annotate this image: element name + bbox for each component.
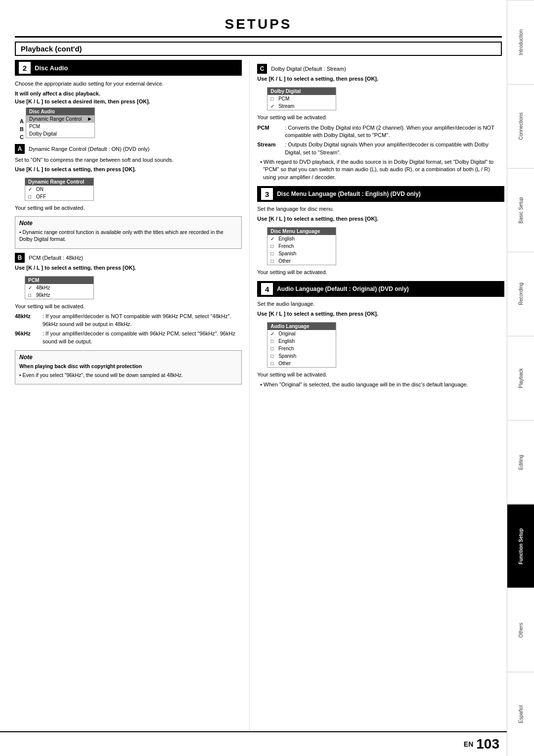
- step2-intro: Choose the appropriate audio setting for…: [15, 80, 242, 88]
- substep-c-label: Dolby Digital (Default : Stream): [271, 66, 346, 72]
- subC-bullet: With regard to DVD playback, if the audi…: [257, 158, 504, 181]
- disc-lang-english: English: [267, 235, 336, 242]
- footer: EN 103: [0, 731, 534, 756]
- step2-bold-note: It will only affect a disc playback.: [15, 91, 242, 96]
- def-pcm: PCM : Converts the Dolby Digital into PC…: [257, 124, 504, 140]
- step2-instruction: Use [K / L ] to select a desired item, t…: [15, 98, 242, 104]
- page-title-bar: SETUPS: [15, 7, 502, 38]
- section-title: Playback (cont'd): [21, 45, 496, 53]
- def-stream: Stream : Outputs Dolby Digital signals W…: [257, 141, 504, 156]
- left-column: 2 Disc Audio Choose the appropriate audi…: [15, 60, 250, 731]
- sidebar-tab-introduction[interactable]: Introduction: [507, 0, 534, 84]
- subB-activated: Your setting will be activated.: [15, 302, 242, 311]
- def-96khz-text: : If your amplifier/decoder is compatibl…: [43, 330, 242, 345]
- audio-lang-other: Other: [267, 360, 336, 367]
- def-96khz: 96kHz : If your amplifier/decoder is com…: [15, 330, 242, 345]
- right-column: C Dolby Digital (Default : Stream) Use […: [250, 60, 504, 731]
- note-b: Note When playing back disc with copyrig…: [15, 350, 242, 384]
- drc-on: ON: [25, 186, 93, 193]
- audio-language-menu: Audio Language Original English French S…: [267, 322, 336, 368]
- def-48khz: 48kHz : If your amplifier/decoder is NOT…: [15, 313, 242, 328]
- footer-num: 103: [476, 736, 499, 752]
- step4-activated: Your setting will be activated.: [257, 371, 504, 379]
- step3-badge: 3: [261, 188, 273, 200]
- step4-title: Audio Language (Default : Original) (DVD…: [277, 285, 409, 292]
- def-pcm-text: : Converts the Dolby Digital into PCM (2…: [285, 124, 504, 140]
- subC-instruction: Use [K / L ] to select a setting, then p…: [257, 76, 504, 82]
- audio-lang-original: Original: [267, 330, 336, 337]
- def-48khz-text: : If your amplifier/decoder is NOT compa…: [43, 313, 242, 328]
- disc-audio-menu-title: Disc Audio: [26, 108, 94, 115]
- subA-instruction: Use [K / L ] to select a setting, then p…: [15, 166, 242, 172]
- substep-c-row: C Dolby Digital (Default : Stream): [257, 64, 504, 74]
- disc-audio-item-drc: Dynamic Range Control: [26, 115, 94, 123]
- page-wrapper: SETUPS Playback (cont'd) 2 Disc Audio Ch…: [0, 0, 534, 756]
- content-area: 2 Disc Audio Choose the appropriate audi…: [0, 60, 534, 731]
- dolby-menu-title: Dolby Digital: [267, 88, 336, 95]
- dolby-menu: Dolby Digital PCM Stream: [267, 87, 336, 110]
- label-b: B: [20, 126, 24, 132]
- step2-badge: 2: [19, 62, 31, 74]
- note-a-bullet-0: • Dynamic range control function is avai…: [19, 229, 237, 243]
- disc-menu-language: Disc Menu Language English French Spanis…: [267, 227, 336, 265]
- def-48khz-term: 48kHz: [15, 313, 40, 328]
- step3-activated: Your setting will be activated.: [257, 268, 504, 277]
- disc-audio-item-dolby: Dolby Digital: [26, 130, 94, 138]
- pcm-48khz: 48kHz: [25, 284, 93, 291]
- sidebar-tab-function-setup[interactable]: Function Setup: [507, 504, 534, 588]
- note-a-title: Note: [19, 220, 237, 227]
- audio-lang-english: English: [267, 337, 336, 345]
- step3-title: Disc Menu Language (Default : English) (…: [277, 190, 421, 197]
- audio-lang-french: French: [267, 345, 336, 352]
- pcm-menu-title: PCM: [25, 277, 93, 284]
- disc-menu-language-title: Disc Menu Language: [267, 228, 336, 235]
- note-b-title: Note: [19, 354, 237, 361]
- def-stream-term: Stream: [257, 141, 282, 156]
- sidebar-tab-espanol[interactable]: Español: [507, 672, 534, 756]
- drc-menu: Dynamic Range Control ON OFF: [25, 178, 94, 201]
- footer-en: EN: [464, 740, 473, 748]
- audio-lang-spanish: Spanish: [267, 352, 336, 360]
- sidebar-tab-basic-setup[interactable]: Basic Setup: [507, 168, 534, 252]
- pcm-menu: PCM 48kHz 96kHz: [25, 276, 94, 299]
- note-b-bullet: • Even if you select "96kHz", the sound …: [19, 372, 237, 379]
- substep-c-badge: C: [257, 64, 267, 74]
- substep-a-badge: A: [15, 144, 25, 154]
- dolby-stream: Stream: [267, 102, 336, 110]
- disc-lang-other: Other: [267, 257, 336, 265]
- subA-activated: Your setting will be activated.: [15, 204, 242, 212]
- step2-header: 2 Disc Audio: [15, 60, 242, 76]
- note-a: Note • Dynamic range control function is…: [15, 216, 242, 249]
- subC-activated: Your setting will be activated.: [257, 113, 504, 122]
- step4-bullet: When "Original" is selected, the audio l…: [257, 381, 504, 388]
- audio-language-title: Audio Language: [267, 323, 336, 330]
- step2-title: Disc Audio: [35, 64, 68, 72]
- disc-lang-spanish: Spanish: [267, 250, 336, 257]
- label-c: C: [20, 134, 24, 140]
- sidebar-tab-editing[interactable]: Editing: [507, 420, 534, 504]
- step4-badge: 4: [261, 283, 273, 295]
- drc-off: OFF: [25, 193, 93, 200]
- disc-lang-french: French: [267, 242, 336, 250]
- sidebar-tab-recording[interactable]: Recording: [507, 252, 534, 336]
- substep-a-row: A Dynamic Range Control (Default : ON) (…: [15, 144, 242, 154]
- page-title: SETUPS: [15, 16, 502, 32]
- sidebar-tab-others[interactable]: Others: [507, 588, 534, 672]
- disc-audio-menu: Disc Audio Dynamic Range Control PCM Dol…: [26, 107, 95, 138]
- step3-header: 3 Disc Menu Language (Default : English)…: [257, 186, 504, 202]
- substep-a-label: Dynamic Range Control (Default : ON) (DV…: [29, 146, 150, 152]
- right-sidebar: Introduction Connections Basic Setup Rec…: [507, 0, 534, 756]
- dolby-pcm: PCM: [267, 95, 336, 102]
- sidebar-tab-playback[interactable]: Playback: [507, 336, 534, 420]
- pcm-96khz: 96kHz: [25, 291, 93, 299]
- step4-instruction: Use [K / L ] to select a setting, then p…: [257, 311, 504, 317]
- note-b-bold: When playing back disc with copyright pr…: [19, 363, 237, 370]
- disc-audio-item-pcm: PCM: [26, 123, 94, 130]
- substep-b-badge: B: [15, 253, 25, 263]
- def-pcm-term: PCM: [257, 124, 282, 140]
- substep-b-row: B PCM (Default : 48kHz): [15, 253, 242, 263]
- sidebar-tab-connections[interactable]: Connections: [507, 84, 534, 168]
- step3-instruction: Use [K / L ] to select a setting, then p…: [257, 216, 504, 222]
- step4-description: Set the audio language.: [257, 300, 504, 308]
- drc-menu-title: Dynamic Range Control: [25, 178, 93, 186]
